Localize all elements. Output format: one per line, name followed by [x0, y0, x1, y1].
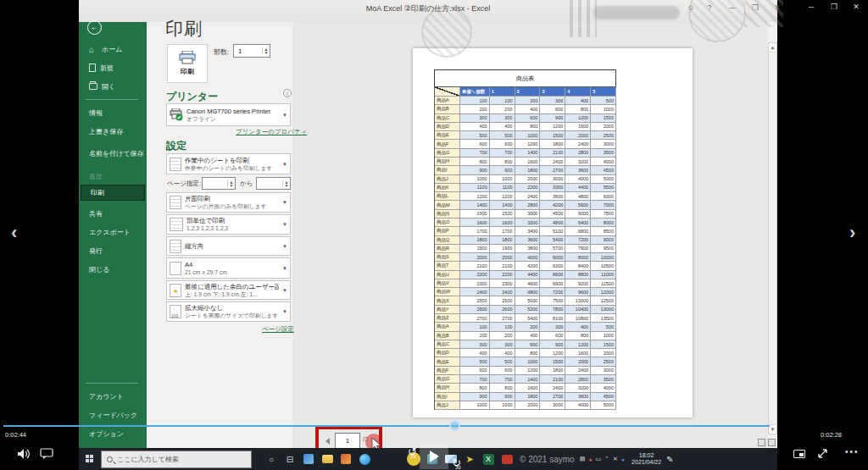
table-value-cell: 1800 — [515, 393, 541, 401]
player-restore-button[interactable]: ❐ — [827, 3, 841, 11]
table-value-cell: 200 — [460, 332, 490, 340]
sidebar-item-share[interactable]: 共有 — [82, 204, 145, 223]
table-value-cell: 7000 — [591, 201, 616, 209]
table-value-cell: 1000 — [591, 105, 616, 113]
table-header-cell: 4 — [565, 87, 591, 97]
table-value-cell: 1200 — [565, 340, 591, 349]
scroll-up-icon[interactable]: ▲ — [769, 43, 776, 53]
table-value-cell: 1500 — [460, 210, 490, 218]
scroll-down-icon[interactable]: ▼ — [769, 424, 776, 434]
margins-dropdown[interactable]: ★ 最後に適用した余白のユーザー設定 上: 1.9 cm 下: 1.9 cm 左… — [166, 280, 291, 300]
edge-icon[interactable] — [355, 448, 374, 470]
page-range-to-input[interactable]: ▲▼ — [256, 177, 291, 190]
row-label-cell: 商品R — [435, 245, 460, 253]
printer-properties-link[interactable]: プリンターのプロパティ — [236, 128, 307, 136]
table-value-cell: 1400 — [490, 201, 515, 209]
table-value-cell: 600 — [515, 114, 541, 123]
table-row: 商品B2002004006008001000 — [435, 105, 616, 113]
info-icon[interactable]: i — [283, 89, 292, 97]
table-value-cell: 1500 — [490, 210, 515, 218]
table-value-cell: 1700 — [460, 227, 490, 235]
fullscreen-icon[interactable] — [816, 447, 829, 460]
table-value-cell: 7200 — [565, 236, 591, 245]
orientation-dropdown[interactable]: 縦方向 ▼ — [166, 236, 291, 256]
sidebar-item-print-selected[interactable]: 印刷 — [81, 185, 145, 201]
file-explorer-icon[interactable] — [318, 448, 337, 470]
table-row: 商品B2002004006008001000 — [435, 332, 616, 340]
sidebar-item-save-as[interactable]: 名前を付けて保存 — [82, 141, 145, 168]
page-range-from-input[interactable]: ▲▼ — [202, 177, 236, 190]
task-view-icon[interactable]: ⊟ — [281, 448, 299, 470]
row-label-cell: 商品E — [435, 131, 460, 140]
sidebar-item-feedback[interactable]: フィードバック — [82, 406, 145, 424]
taskbar-search-input[interactable]: ここに入力して検索 — [101, 451, 252, 468]
sidebar-item-home[interactable]: ⌂ ホーム — [82, 40, 143, 58]
sidebar-item-export[interactable]: エクスポート — [82, 223, 145, 241]
table-value-cell: 3600 — [565, 393, 591, 401]
printer-status: オフライン — [186, 115, 270, 123]
player-close-button[interactable]: ✕ — [849, 3, 863, 11]
printer-selector-dropdown[interactable]: Canon MG7700 series Printer オフライン ▼ — [166, 103, 291, 126]
back-button[interactable]: ← — [87, 20, 102, 35]
chevron-down-icon: ▼ — [282, 266, 287, 271]
sidebar-item-info[interactable]: 情報 — [82, 103, 145, 122]
table-value-cell: 2000 — [460, 253, 490, 262]
scaling-dropdown[interactable]: 100 拡大縮小なし シートを実際のサイズで印刷します ▼ — [166, 301, 291, 322]
cortana-icon[interactable]: ○ — [262, 448, 281, 470]
volume-icon[interactable] — [17, 448, 32, 460]
collation-dropdown[interactable]: 部単位で印刷 1,2,3 1,2,3 1,2,3 ▼ — [166, 214, 291, 235]
row-label-cell: 商品J — [435, 401, 460, 410]
timeline-handle[interactable] — [449, 420, 460, 431]
show-margins-button[interactable] — [758, 439, 765, 446]
table-value-cell: 2400 — [490, 288, 515, 296]
table-value-cell: 9600 — [565, 288, 591, 296]
play-button[interactable] — [420, 444, 448, 469]
sidebar-item-close[interactable]: 閉じる — [82, 260, 145, 279]
paper-size-dropdown[interactable]: A4 21 cm x 29.7 cm ▼ — [166, 257, 291, 279]
copies-stepper[interactable]: 1 ▲▼ — [233, 44, 270, 58]
stepper-arrows-icon[interactable]: ▲▼ — [262, 47, 270, 54]
table-value-cell: 800 — [490, 158, 515, 166]
more-options-icon[interactable]: ••• — [845, 447, 860, 456]
sidebar-item-save[interactable]: 上書き保存 — [82, 122, 145, 141]
skip-forward-button[interactable]: ↻30 — [452, 457, 868, 468]
table-value-cell: 2100 — [460, 262, 490, 270]
table-value-cell: 200 — [460, 105, 490, 113]
photos-icon[interactable] — [299, 448, 318, 470]
mini-player-icon[interactable] — [793, 450, 805, 458]
table-value-cell: 8000 — [565, 253, 591, 262]
print-what-dropdown[interactable]: 作業中のシートを印刷 作業中のシートのみを印刷します ▼ — [166, 153, 291, 174]
row-label-cell: 商品G — [435, 375, 460, 384]
sidebar-item-new[interactable]: 新規 — [82, 58, 143, 77]
duplex-dropdown[interactable]: 片面印刷 ページの片面のみを印刷します ▼ — [166, 192, 291, 213]
table-value-cell: 2000 — [490, 253, 515, 262]
print-button[interactable]: 印刷 — [167, 44, 208, 83]
next-video-chevron[interactable]: › — [849, 224, 855, 242]
sidebar-item-history[interactable]: 履歴 — [82, 168, 145, 185]
start-button[interactable] — [79, 448, 101, 470]
sidebar-item-publish[interactable]: 発行 — [82, 241, 145, 260]
table-value-cell: 200 — [515, 97, 541, 105]
sidebar-item-account[interactable]: アカウント — [82, 387, 145, 406]
sidebar-item-options[interactable]: オプション — [82, 424, 145, 443]
page-setup-link[interactable]: ページ設定 — [262, 325, 294, 334]
sidebar-item-open[interactable]: 開く — [82, 77, 143, 96]
previous-video-chevron[interactable]: ‹ — [11, 224, 17, 242]
subtitles-icon[interactable] — [40, 448, 53, 460]
table-value-cell: 8800 — [565, 271, 591, 279]
table-value-cell: 3200 — [515, 218, 541, 227]
stepper-arrows-icon[interactable]: ▲▼ — [227, 180, 235, 187]
table-header-cell: 3 — [540, 87, 565, 97]
preview-scrollbar[interactable]: ▲ ▼ — [768, 42, 777, 434]
zoom-to-page-button[interactable] — [768, 439, 776, 446]
store-icon[interactable] — [337, 448, 355, 470]
table-value-cell: 2100 — [540, 149, 565, 158]
video-timeline[interactable] — [3, 425, 770, 427]
table-value-cell: 10500 — [591, 262, 616, 270]
table-value-cell: 1000 — [591, 332, 616, 340]
table-value-cell: 600 — [490, 367, 515, 375]
stepper-arrows-icon[interactable]: ▲▼ — [282, 180, 290, 187]
player-minimize-button[interactable]: ─ — [804, 3, 818, 11]
table-row: 商品C30030060090012001500 — [435, 114, 616, 123]
table-row: 商品J100010002000300040005000 — [435, 401, 616, 410]
